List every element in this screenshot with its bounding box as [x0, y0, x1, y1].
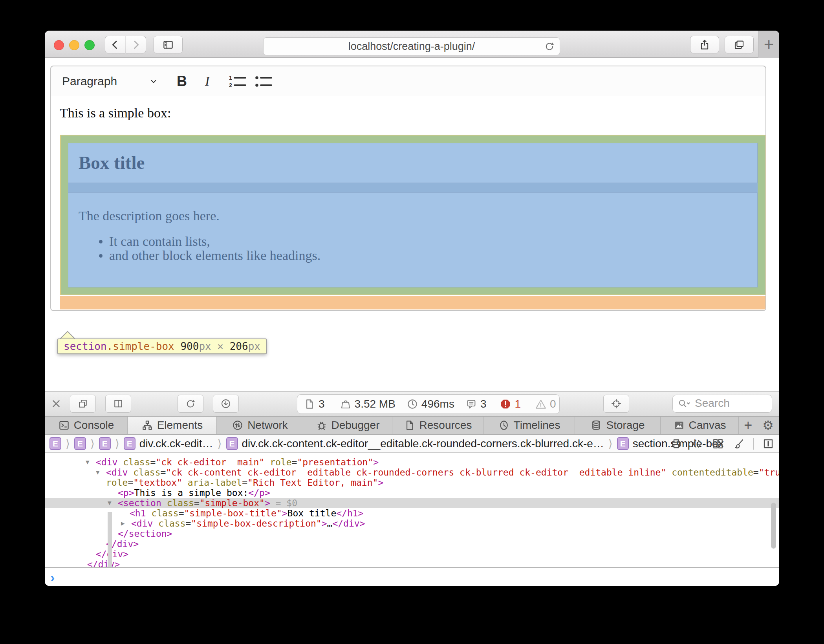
tab-network[interactable]: Network — [217, 417, 303, 434]
close-window-button[interactable] — [54, 40, 64, 50]
code-token: <div — [106, 467, 128, 478]
simple-box-title-block: Box title — [68, 143, 758, 183]
inspect-highlight-content: Box title The description goes here. It … — [68, 143, 758, 287]
scrollbar[interactable] — [771, 503, 776, 549]
code-token: "simple-box" — [200, 498, 265, 508]
storage-icon — [590, 419, 602, 431]
tab-debugger[interactable]: Debugger — [303, 417, 392, 434]
console-prompt-icon: › — [50, 570, 55, 585]
tab-canvas[interactable]: Canvas — [661, 417, 739, 434]
address-bar[interactable]: localhost/creating-a-plugin/ — [263, 37, 560, 55]
disclosure-down-icon[interactable]: ▼ — [86, 457, 90, 467]
breadcrumb-label: div.ck.ck-edit… — [139, 437, 213, 450]
stat-error[interactable]: 1 — [500, 398, 521, 410]
breadcrumb-separator-icon: ⟩ — [608, 437, 613, 450]
numbered-list-icon[interactable]: 12 — [229, 75, 247, 88]
tab-label: Canvas — [689, 419, 726, 432]
breadcrumb-item-4[interactable]: Ediv.ck.ck-content.ck-editor__editable.c… — [226, 437, 604, 450]
breadcrumb-item-3[interactable]: Ediv.ck.ck-edit… — [124, 437, 213, 450]
disclosure-right-icon[interactable]: ▶ — [121, 518, 125, 529]
code-token: = — [160, 467, 166, 478]
editor-toolbar: Paragraph B I 12 — [50, 66, 766, 97]
intro-paragraph[interactable]: This is a simple box: — [60, 106, 171, 121]
dom-row[interactable]: <p>This is a simple box:</p> — [45, 488, 779, 498]
stat-message[interactable]: 3 — [465, 398, 487, 410]
tab-timelines[interactable]: Timelines — [483, 417, 575, 434]
back-button[interactable] — [105, 36, 125, 53]
code-brackets-icon[interactable] — [691, 437, 703, 450]
reload-icon[interactable] — [544, 41, 555, 52]
paragraph-dropdown[interactable]: Paragraph — [62, 75, 117, 88]
tab-overview-button[interactable] — [725, 36, 754, 53]
tab-console[interactable]: Console — [45, 417, 128, 434]
back-icon — [109, 39, 121, 51]
weight-icon — [340, 398, 352, 410]
dom-row[interactable]: ▼<section class="simple-box"> = $0 — [45, 498, 779, 508]
dom-row[interactable]: ▼<div class="ck ck-editor__main" role="p… — [45, 457, 779, 467]
tooltip-width — [174, 340, 181, 352]
code-token: > — [373, 457, 379, 467]
forward-button[interactable] — [126, 36, 146, 53]
gear-icon[interactable]: ⚙ — [762, 418, 774, 433]
dom-row[interactable]: ▶<div class="simple-box-description">…</… — [45, 518, 779, 529]
zoom-window-button[interactable] — [84, 40, 95, 50]
element-picker-button[interactable] — [603, 395, 629, 413]
dom-row[interactable]: </div> — [45, 549, 779, 559]
dom-row[interactable]: role="textbox" aria-label="Rich Text Edi… — [45, 478, 779, 488]
stat-warning[interactable]: 0 — [535, 398, 556, 410]
download-button[interactable] — [213, 395, 239, 413]
dom-row[interactable]: <h1 class="simple-box-title">Box title</… — [45, 508, 779, 518]
split-view-button[interactable] — [105, 395, 131, 413]
breadcrumb-item-0[interactable]: E — [49, 437, 61, 450]
divider — [753, 438, 754, 450]
details-sidebar-icon[interactable] — [762, 437, 775, 450]
share-button[interactable] — [690, 36, 719, 53]
list-item[interactable]: It can contain lists, — [99, 234, 320, 249]
stat-weight[interactable]: 3.52 MB — [340, 398, 396, 410]
stat-clock[interactable]: 496ms — [407, 398, 454, 410]
editor-content[interactable]: This is a simple box: Box title The desc… — [50, 96, 766, 311]
page-content: Paragraph B I 12 This is a simple box: B… — [45, 58, 779, 391]
code-token: </div> — [332, 518, 365, 529]
add-tab-button[interactable]: + — [744, 417, 752, 434]
breadcrumb-item-2[interactable]: E — [99, 437, 111, 450]
styles-brush-icon[interactable] — [732, 437, 745, 450]
disclosure-down-icon[interactable]: ▼ — [108, 498, 112, 508]
stat-document[interactable]: 3 — [304, 398, 325, 410]
breadcrumb-separator-icon: ⟩ — [66, 437, 70, 450]
chevron-down-icon[interactable] — [148, 76, 159, 86]
code-token: > — [282, 508, 287, 518]
box-title[interactable]: Box title — [79, 152, 145, 173]
dom-row[interactable]: ▼<div class="ck ck-content ck-editor__ed… — [45, 467, 779, 478]
dom-row[interactable]: </section> — [45, 529, 779, 539]
box-description[interactable]: The description goes here. — [79, 209, 220, 223]
code-token: = — [128, 478, 133, 488]
reload-page-button[interactable] — [178, 395, 203, 413]
sidebar-button[interactable] — [154, 36, 183, 53]
timelines-icon — [498, 419, 510, 431]
bold-button[interactable]: B — [177, 73, 187, 90]
code-token: <div — [96, 457, 117, 467]
disclosure-down-icon[interactable]: ▼ — [96, 467, 100, 478]
close-inspector-icon[interactable] — [50, 398, 62, 410]
breadcrumb-item-1[interactable]: E — [74, 437, 86, 450]
dom-row[interactable]: </div> — [45, 539, 779, 549]
new-tab-button[interactable]: + — [758, 31, 779, 58]
detach-button[interactable] — [70, 395, 96, 413]
search-input[interactable] — [695, 395, 769, 412]
inspector-search[interactable] — [672, 395, 772, 413]
box-list: It can contain lists, and other block el… — [99, 234, 320, 263]
tab-resources[interactable]: Resources — [392, 417, 483, 434]
list-item[interactable]: and other block elements like headings. — [99, 249, 320, 263]
italic-button[interactable]: I — [205, 74, 209, 89]
minimize-window-button[interactable] — [69, 40, 79, 50]
print-icon[interactable] — [670, 437, 683, 450]
bulleted-list-icon[interactable] — [255, 75, 273, 88]
code-token: = — [292, 457, 297, 467]
dom-row[interactable]: </div> — [45, 559, 779, 567]
quick-console[interactable]: › — [45, 568, 779, 586]
tab-storage[interactable]: Storage — [575, 417, 661, 434]
grid-view-icon[interactable] — [712, 437, 724, 450]
tab-elements[interactable]: Elements — [128, 417, 217, 434]
breadcrumb-actions — [662, 435, 775, 452]
